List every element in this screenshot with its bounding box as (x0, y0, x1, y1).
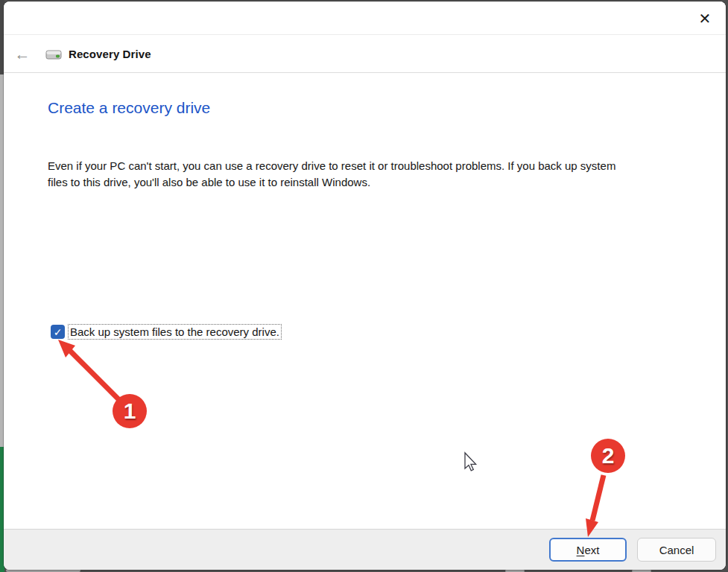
back-button[interactable]: ← (11, 43, 34, 66)
page-description: Even if your PC can't start, you can use… (48, 158, 623, 191)
window-title: Recovery Drive (69, 48, 151, 60)
drive-icon (45, 48, 62, 60)
wizard-header: ← Recovery Drive (4, 36, 726, 73)
annotation-step-1-badge: 1 (113, 394, 147, 428)
title-bar: ✕ (4, 1, 726, 35)
backup-checkbox-row[interactable]: ✓ Back up system files to the recovery d… (51, 324, 282, 340)
checkmark-icon: ✓ (54, 327, 63, 337)
checkbox-checked[interactable]: ✓ (51, 325, 65, 339)
back-arrow-icon: ← (15, 45, 31, 63)
cancel-button[interactable]: Cancel (637, 538, 716, 562)
checkbox-label[interactable]: Back up system files to the recovery dri… (68, 324, 282, 340)
page-title: Create a recovery drive (48, 99, 210, 117)
close-button[interactable]: ✕ (690, 6, 720, 31)
next-button-label: Next (577, 544, 600, 556)
button-bar: Next Cancel (4, 529, 726, 570)
next-button[interactable]: Next (549, 538, 627, 562)
annotation-step-2-badge: 2 (591, 439, 625, 473)
cancel-button-label: Cancel (659, 544, 694, 556)
recovery-drive-window: ✕ ← Recovery Drive Create a recovery dri… (4, 1, 726, 570)
close-icon: ✕ (699, 10, 712, 28)
